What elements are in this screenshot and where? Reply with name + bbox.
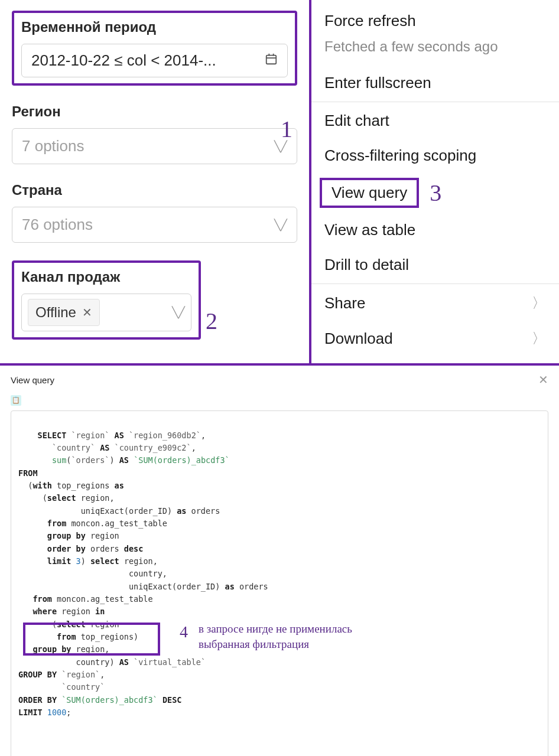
menu-separator	[311, 102, 559, 102]
time-filter-label: Временной период	[21, 19, 288, 35]
menu-separator	[311, 284, 559, 284]
menu-edit-chart[interactable]: Edit chart	[311, 103, 559, 138]
close-icon[interactable]: ✕	[538, 373, 548, 387]
calendar-icon	[265, 51, 278, 70]
chevron-right-icon: 〉	[532, 294, 546, 312]
channel-filter-label: Канал продаж	[21, 269, 191, 285]
context-menu: Force refresh Fetched a few seconds ago …	[311, 0, 559, 363]
region-select[interactable]: 7 options ╲╱	[12, 128, 297, 164]
menu-download[interactable]: Download 〉	[311, 321, 559, 356]
region-filter-label: Регион	[12, 103, 297, 120]
sql-code-block: SELECT `region` AS `region_960db2`, `cou…	[11, 410, 548, 757]
svg-rect-0	[266, 56, 277, 64]
menu-drill[interactable]: Drill to detail	[311, 247, 559, 282]
channel-select[interactable]: Offline ✕ ╲╱	[21, 294, 191, 331]
annotation-4: 4 в запросе нигде не применилась выбранн…	[180, 621, 411, 653]
query-panel-title: View query	[11, 375, 54, 385]
close-icon[interactable]: ✕	[82, 305, 92, 320]
annotation-4-num: 4	[180, 624, 188, 640]
clipboard-icon[interactable]: 📋	[11, 395, 21, 406]
annotation-2: 2	[206, 307, 217, 335]
country-filter-label: Страна	[12, 182, 297, 198]
chevron-down-icon: ╲╱	[274, 219, 287, 232]
highlight-box-time: Временной период 2012-10-22 ≤ col < 2014…	[12, 11, 297, 86]
country-select[interactable]: 76 options ╲╱	[12, 207, 297, 243]
menu-cross-filter[interactable]: Cross-filtering scoping	[311, 138, 559, 173]
filters-panel: Временной период 2012-10-22 ≤ col < 2014…	[0, 0, 311, 363]
annotation-1: 1	[281, 115, 292, 143]
channel-tag[interactable]: Offline ✕	[28, 299, 100, 326]
time-range-value: 2012-10-22 ≤ col < 2014-...	[31, 51, 216, 70]
annotation-4-text: в запросе нигде не применилась выбранная…	[199, 621, 411, 653]
channel-tag-label: Offline	[35, 304, 76, 321]
chevron-right-icon: 〉	[532, 329, 546, 348]
menu-share[interactable]: Share 〉	[311, 285, 559, 321]
region-placeholder: 7 options	[22, 137, 84, 155]
chevron-down-icon: ╲╱	[172, 306, 185, 319]
menu-view-table[interactable]: View as table	[311, 213, 559, 247]
view-query-panel: View query ✕ 📋 SELECT `region` AS `regio…	[0, 366, 559, 756]
menu-fullscreen[interactable]: Enter fullscreen	[311, 66, 559, 100]
country-placeholder: 76 options	[22, 216, 93, 234]
highlight-box-channel: Канал продаж Offline ✕ ╲╱	[12, 260, 201, 340]
highlight-box-view-query: View query	[320, 178, 419, 208]
menu-view-query[interactable]: View query	[332, 184, 407, 201]
menu-fetched-text: Fetched a few seconds ago	[311, 38, 559, 66]
menu-force-refresh[interactable]: Force refresh	[311, 4, 559, 38]
time-range-input[interactable]: 2012-10-22 ≤ col < 2014-...	[21, 44, 288, 77]
annotation-3: 3	[430, 179, 441, 207]
